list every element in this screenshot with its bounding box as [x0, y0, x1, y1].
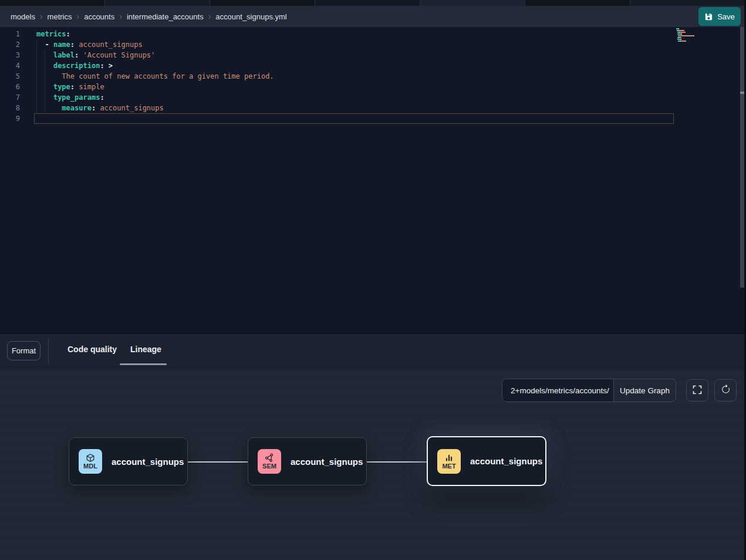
breadcrumb-item[interactable]: account_signups.yml	[215, 12, 286, 21]
cube-icon	[86, 453, 95, 463]
line-content: type_params:	[36, 92, 104, 103]
code-line[interactable]: 4 description: >	[0, 60, 740, 71]
panel-header: Format Code quality Lineage	[0, 334, 746, 370]
file-header-bar: models›metrics›accounts›intermediate_acc…	[0, 6, 746, 27]
minimap-line	[676, 30, 710, 31]
line-number: 4	[0, 60, 26, 71]
line-content: metrics:	[36, 29, 70, 39]
code-line[interactable]: 9	[0, 113, 740, 124]
editor-tab[interactable]	[420, 0, 525, 6]
minimap-line	[676, 39, 710, 40]
line-content: description: >	[36, 60, 113, 71]
update-graph-button[interactable]: Update Graph	[613, 379, 676, 402]
code-line[interactable]: 1metrics:	[0, 29, 740, 39]
minimap-line	[676, 28, 710, 29]
model-badge: MDL	[79, 449, 102, 474]
badge-label: MDL	[83, 463, 97, 470]
code-line[interactable]: 8 measure: account_signups	[0, 103, 740, 113]
code-line[interactable]: 5 The count of new accounts for a given …	[0, 71, 740, 82]
minimap-line	[676, 32, 710, 33]
editor-scrollbar[interactable]	[740, 27, 744, 288]
line-number: 7	[0, 92, 26, 103]
fullscreen-icon	[692, 384, 703, 397]
line-number: 1	[0, 29, 26, 39]
lineage-edge	[188, 461, 248, 463]
breadcrumb-item[interactable]: accounts	[84, 12, 114, 21]
editor-tab[interactable]	[0, 0, 105, 6]
save-button[interactable]: Save	[698, 7, 741, 26]
breadcrumb-separator: ›	[119, 12, 122, 21]
badge-label: SEM	[262, 463, 276, 470]
ide-window: models›metrics›accounts›intermediate_acc…	[0, 0, 746, 560]
breadcrumb-item[interactable]: models	[11, 12, 35, 21]
line-content: type: simple	[36, 82, 104, 92]
code-line[interactable]: 2 - name: account_signups	[0, 39, 740, 50]
code-line[interactable]: 3 label: 'Account Signups'	[0, 50, 740, 60]
bar-chart-icon	[444, 453, 454, 463]
top-tab-strip	[0, 0, 746, 6]
editor-tab[interactable]	[105, 0, 210, 6]
code-editor[interactable]: 1metrics:2 - name: account_signups3 labe…	[0, 27, 746, 333]
minimap-line	[676, 41, 710, 42]
semantic-model-badge: SEM	[258, 449, 281, 474]
save-label: Save	[717, 12, 735, 21]
lineage-node-model[interactable]: MDL account_signups	[69, 437, 188, 485]
lineage-canvas[interactable]: Update Graph	[0, 370, 746, 560]
minimap-line	[676, 33, 710, 35]
minimap[interactable]	[676, 28, 710, 43]
breadcrumb-item[interactable]: metrics	[48, 12, 72, 21]
editor-tab[interactable]	[210, 0, 315, 6]
minimap-line	[676, 37, 710, 38]
badge-label: MET	[442, 463, 455, 470]
lineage-node-metric[interactable]: MET account_signups	[427, 436, 546, 486]
line-number: 3	[0, 50, 26, 60]
breadcrumb-item[interactable]: intermediate_accounts	[127, 12, 204, 21]
save-icon	[704, 12, 713, 21]
breadcrumb-separator: ›	[76, 12, 79, 21]
line-number: 8	[0, 103, 26, 113]
breadcrumb-separator: ›	[208, 12, 211, 21]
line-content: measure: account_signups	[36, 103, 164, 113]
refresh-icon	[721, 384, 731, 396]
line-content: label: 'Account Signups'	[36, 50, 155, 60]
bottom-panel: Format Code quality Lineage Update Graph	[0, 334, 746, 560]
node-label: account_signups	[112, 457, 184, 467]
lineage-node-semantic-model[interactable]: SEM account_signups	[248, 437, 367, 485]
code-line[interactable]: 7 type_params:	[0, 92, 740, 103]
editor-tab[interactable]	[315, 0, 420, 6]
editor-tab[interactable]	[630, 0, 746, 6]
active-tab-underline	[120, 363, 167, 365]
node-label: account_signups	[470, 456, 542, 466]
code-line[interactable]: 6 type: simple	[0, 82, 740, 92]
breadcrumb-separator: ›	[40, 12, 43, 21]
line-content: The count of new accounts for a given ti…	[36, 71, 274, 82]
lineage-edge	[367, 461, 427, 463]
tab-lineage[interactable]: Lineage	[130, 345, 161, 354]
line-number: 6	[0, 82, 26, 92]
editor-tab[interactable]	[525, 0, 630, 6]
share-network-icon	[265, 453, 274, 463]
line-number: 5	[0, 71, 26, 82]
format-button[interactable]: Format	[7, 341, 40, 360]
line-content: - name: account_signups	[36, 39, 143, 50]
minimap-line	[676, 35, 710, 36]
refresh-button[interactable]	[714, 379, 737, 402]
fullscreen-button[interactable]	[686, 379, 708, 402]
breadcrumb: models›metrics›accounts›intermediate_acc…	[11, 6, 287, 27]
tab-code-quality[interactable]: Code quality	[67, 345, 117, 354]
line-number: 9	[0, 113, 26, 124]
code-lines: 1metrics:2 - name: account_signups3 labe…	[0, 29, 740, 124]
minimap-line	[676, 42, 710, 43]
metric-badge: MET	[437, 449, 461, 474]
model-selector-input[interactable]	[502, 379, 614, 402]
node-label: account_signups	[291, 457, 363, 467]
scrollbar-marker	[740, 92, 744, 94]
line-number: 2	[0, 39, 26, 50]
divider	[48, 338, 49, 364]
